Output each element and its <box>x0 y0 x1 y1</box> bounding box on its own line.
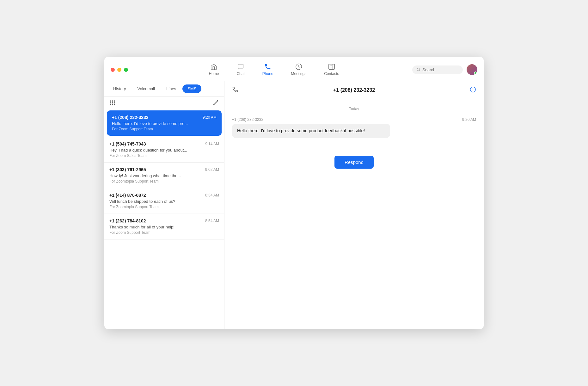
sms-time: 9:20 AM <box>203 115 217 120</box>
nav-item-phone[interactable]: Phone <box>260 62 276 77</box>
message-time: 9:20 AM <box>462 117 476 122</box>
sms-number: +1 (262) 784-8102 <box>109 218 146 223</box>
nav-item-chat[interactable]: Chat <box>234 62 247 77</box>
tab-lines[interactable]: Lines <box>161 84 181 93</box>
sms-team: For Zoomtopia Support Team <box>109 179 219 184</box>
compose-icon[interactable] <box>213 100 219 106</box>
sms-preview: Howdy! Just wondering what time the... <box>109 173 192 178</box>
left-panel: History Voicemail Lines SMS <box>104 81 224 329</box>
tab-voicemail[interactable]: Voicemail <box>132 84 160 93</box>
nav-item-meetings[interactable]: Meetings <box>289 62 309 77</box>
title-bar: Home Chat Phone <box>104 57 484 77</box>
online-indicator <box>474 72 477 75</box>
date-divider: Today <box>232 107 476 111</box>
sms-time: 9:14 AM <box>205 142 219 146</box>
svg-point-11 <box>112 103 113 103</box>
sms-item-header: +1 (504) 745-7043 9:14 AM <box>109 141 219 146</box>
svg-rect-1 <box>329 64 334 70</box>
sms-item-header: +1 (414) 876-0872 8:34 AM <box>109 193 219 198</box>
dialpad-icon[interactable] <box>109 100 116 106</box>
main-content: History Voicemail Lines SMS <box>104 81 484 329</box>
sms-preview: Thanks so much for all of your help! <box>109 225 192 229</box>
maximize-button[interactable] <box>124 68 128 72</box>
message-bubble: Hello there. I'd love to provide some pr… <box>232 124 390 138</box>
nav-label-meetings: Meetings <box>291 72 307 76</box>
message-sender: +1 (208) 232-3232 <box>232 117 263 122</box>
sms-number: +1 (303) 761-2965 <box>109 167 146 172</box>
svg-point-9 <box>114 101 115 102</box>
chat-body: Today +1 (208) 232-3232 9:20 AM Hello th… <box>224 99 484 329</box>
sms-team: For Zoomtopia Support Team <box>109 205 219 209</box>
phone-button[interactable] <box>232 86 238 94</box>
search-input[interactable] <box>422 67 458 72</box>
sms-item-header: +1 (208) 232-3232 9:20 AM <box>112 115 217 120</box>
svg-point-13 <box>110 104 111 105</box>
sms-time: 8:34 AM <box>205 193 219 197</box>
sms-preview: Hello there. I'd love to provide some pr… <box>112 121 194 126</box>
svg-point-7 <box>110 101 111 102</box>
search-icon <box>417 67 420 72</box>
sms-time: 8:54 AM <box>205 219 219 223</box>
avatar[interactable] <box>467 64 477 75</box>
message-group: +1 (208) 232-3232 9:20 AM Hello there. I… <box>232 117 476 138</box>
app-window: Home Chat Phone <box>104 57 484 329</box>
sms-item-0[interactable]: +1 (208) 232-3232 9:20 AM Hello there. I… <box>107 110 222 136</box>
sms-number: +1 (504) 745-7043 <box>109 141 146 146</box>
svg-point-10 <box>110 103 111 103</box>
svg-point-12 <box>114 103 115 103</box>
sms-item-4[interactable]: +1 (262) 784-8102 8:54 AM Thanks so much… <box>104 214 224 240</box>
tab-history[interactable]: History <box>108 84 131 93</box>
sms-team: For Zoom Sales Team <box>109 153 219 158</box>
sms-item-2[interactable]: +1 (303) 761-2965 9:02 AM Howdy! Just wo… <box>104 163 224 188</box>
sms-team: For Zoom Support Team <box>112 127 217 131</box>
nav-label-phone: Phone <box>262 72 273 76</box>
window-controls <box>111 68 128 72</box>
sms-list: +1 (208) 232-3232 9:20 AM Hello there. I… <box>104 109 224 329</box>
sms-toolbar <box>104 96 224 109</box>
nav-right <box>412 64 477 75</box>
svg-point-5 <box>417 68 420 71</box>
main-nav: Home Chat Phone <box>136 62 412 77</box>
sms-item-3[interactable]: +1 (414) 876-0872 8:34 AM Will lunch be … <box>104 188 224 214</box>
sms-number: +1 (208) 232-3232 <box>112 115 149 120</box>
tab-sms[interactable]: SMS <box>182 84 201 93</box>
nav-label-home: Home <box>209 72 219 76</box>
sms-number: +1 (414) 876-0872 <box>109 193 146 198</box>
chat-title: +1 (208) 232-3232 <box>333 87 375 93</box>
sms-preview: Hey, I had a quick question for you abou… <box>109 148 192 153</box>
respond-button[interactable]: Respond <box>334 156 374 169</box>
close-button[interactable] <box>111 68 115 72</box>
sms-time: 9:02 AM <box>205 167 219 172</box>
sms-item-header: +1 (303) 761-2965 9:02 AM <box>109 167 219 172</box>
right-panel: +1 (208) 232-3232 Today +1 (208) 232-323… <box>224 81 484 329</box>
minimize-button[interactable] <box>117 68 121 72</box>
svg-point-8 <box>112 101 113 102</box>
chat-header: +1 (208) 232-3232 <box>224 81 484 99</box>
sms-item-header: +1 (262) 784-8102 8:54 AM <box>109 218 219 223</box>
svg-point-15 <box>114 104 115 105</box>
message-meta: +1 (208) 232-3232 9:20 AM <box>232 117 476 122</box>
sms-item-1[interactable]: +1 (504) 745-7043 9:14 AM Hey, I had a q… <box>104 137 224 163</box>
sms-preview: Will lunch be shipped to each of us? <box>109 199 192 204</box>
tab-bar: History Voicemail Lines SMS <box>104 81 224 96</box>
sms-team: For Zoom Support Team <box>109 230 219 235</box>
nav-label-contacts: Contacts <box>324 72 339 76</box>
nav-label-chat: Chat <box>236 72 244 76</box>
nav-item-contacts[interactable]: Contacts <box>322 62 341 77</box>
info-button[interactable] <box>470 86 476 94</box>
nav-item-home[interactable]: Home <box>206 62 221 77</box>
svg-line-6 <box>419 70 420 71</box>
svg-point-14 <box>112 104 113 105</box>
search-bar[interactable] <box>412 65 463 74</box>
